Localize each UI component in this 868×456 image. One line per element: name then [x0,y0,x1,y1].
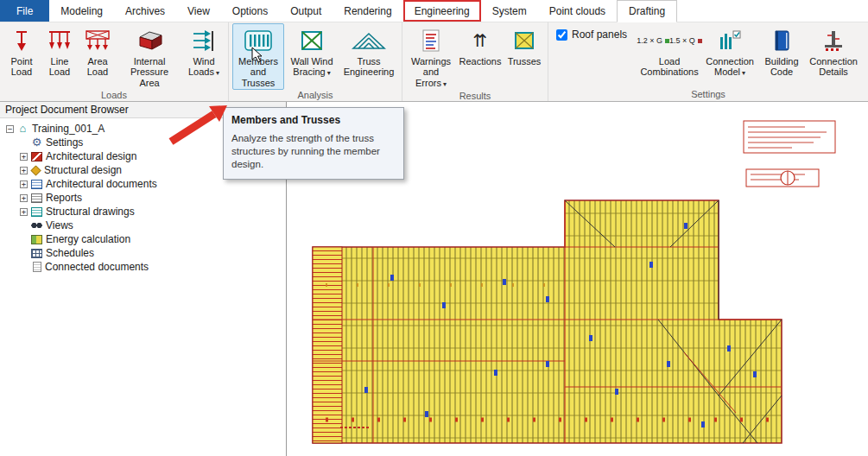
tab-file[interactable]: File [0,0,49,22]
point-load-button[interactable]: Point Load [3,23,40,90]
area-load-button[interactable]: Area Load [79,23,116,90]
tree-item-connected-documents[interactable]: Connected documents [2,260,286,274]
button-label: Area Load [82,56,113,78]
structural-design-icon [30,165,41,175]
button-label: Load Combinations [640,56,698,78]
tree-item-label: Settings [46,136,83,149]
architectural-design-icon [31,152,42,162]
button-label: Wall Wind Bracing▾ [288,56,335,78]
connection-model-button[interactable]: Connection Model▾ [702,23,757,89]
menu-bar: File Modeling Archives View Options Outp… [0,0,868,22]
tab-label: Engineering [415,5,470,17]
expand-icon[interactable]: + [20,153,28,161]
tab-label: Options [232,5,268,17]
views-icon [31,220,42,231]
tree-item-label: Reports [46,192,82,204]
building-code-button[interactable]: Building Code [759,23,804,89]
tree-item-label: Schedules [46,247,94,259]
connected-documents-icon [33,262,41,272]
warnings-and-errors-icon [421,27,441,54]
tab-label: System [492,5,527,17]
tree-item-energy-calculation[interactable]: Energy calculation [2,232,286,246]
reactions-button[interactable]: ⇈ Reactions [458,23,503,91]
ribbon-group-loads: Point Load Line Load Area Load Internal … [0,22,229,101]
warnings-and-errors-button[interactable]: Warnings and Errors▾ [406,23,456,91]
trusses-button[interactable]: Trusses [504,23,544,91]
tab-label: Rendering [344,5,391,17]
tab-drafting[interactable]: Drafting [617,0,677,22]
load-combinations-icon: 1.2 × G 1.5 × Q [637,27,702,54]
tooltip-body: Analyze the strength of the truss struct… [231,132,396,171]
line-load-button[interactable]: Line Load [41,23,78,90]
tab-output[interactable]: Output [279,0,333,22]
tree-item-label: Structural design [44,164,122,176]
line-load-icon [48,27,72,54]
tab-system[interactable]: System [481,0,538,22]
tree-item-label: Views [46,219,73,231]
dropdown-arrow-icon: ▾ [443,80,447,88]
wind-loads-icon [192,27,216,54]
button-label: Connection Model▾ [705,56,755,78]
tree-item-schedules[interactable]: Schedules [2,246,286,260]
tab-options[interactable]: Options [221,0,279,22]
group-label-results: Results [402,91,548,103]
wind-loads-button[interactable]: Wind Loads▾ [183,23,225,90]
tab-point-clouds[interactable]: Point clouds [538,0,617,22]
tab-archives[interactable]: Archives [114,0,176,22]
connection-details-icon [820,27,846,54]
group-label-settings: Settings [548,89,868,101]
dropdown-arrow-icon: ▾ [216,69,219,77]
tab-label: View [187,5,210,17]
point-load-icon [12,27,31,54]
button-label: Warnings and Errors▾ [409,56,453,89]
group-label-analysis: Analysis [229,90,402,102]
expand-icon[interactable]: + [20,180,28,188]
structural-drawings-icon [31,207,42,217]
button-label: Wind Loads▾ [186,56,222,78]
ribbon: Point Load Line Load Area Load Internal … [0,22,868,102]
building-code-icon [770,27,793,54]
tree-item-reports[interactable]: + Reports [2,191,286,205]
tab-label: Archives [125,5,165,17]
tab-modeling[interactable]: Modeling [49,0,114,22]
load-combinations-button[interactable]: 1.2 × G 1.5 × Q Load Combinations [638,23,700,89]
reactions-icon: ⇈ [473,27,488,54]
button-label: Connection Details [808,56,858,78]
tree-item-views[interactable]: Views [2,218,286,232]
tree-item-label: Structural drawings [46,206,135,218]
energy-calculation-icon [31,235,42,244]
roof-panels-option: Roof panels [556,28,627,41]
tooltip-title: Members and Trusses [231,114,396,126]
ribbon-group-settings: Roof panels 1.2 × G 1.5 × Q Load Combina… [548,22,868,101]
connection-model-icon [718,27,742,54]
button-label: Point Load [6,56,37,78]
roof-panels-label: Roof panels [572,28,627,41]
red-arrow-annotation [161,97,240,150]
tab-view[interactable]: View [176,0,221,22]
tab-label: Output [290,5,321,17]
truss-engineering-button[interactable]: Truss Engineering [339,23,398,90]
button-label: Trusses [508,56,542,66]
roof-panels-checkbox[interactable] [556,29,567,41]
project-icon: ⌂ [17,124,29,134]
tree-item-structural-drawings[interactable]: + Structural drawings [2,205,286,218]
tab-engineering[interactable]: Engineering [403,0,481,22]
dropdown-arrow-icon: ▾ [327,69,331,77]
tab-label: Point clouds [549,5,605,17]
expand-icon[interactable]: + [20,194,28,202]
tree-item-label: Connected documents [45,261,149,273]
expand-icon[interactable]: + [20,167,28,174]
architectural-documents-icon [31,180,42,189]
app-window: { "menu": { "tabs": ["File","Modeling","… [0,0,868,456]
button-label: Internal Pressure Area [120,56,179,88]
tree-item-label: Architectural documents [46,178,157,190]
expand-icon[interactable]: + [20,208,28,216]
dropdown-arrow-icon: ▾ [742,69,745,77]
tab-rendering[interactable]: Rendering [333,0,402,22]
collapse-icon[interactable]: − [6,125,14,133]
connection-details-button[interactable]: Connection Details [806,23,861,89]
internal-pressure-area-button[interactable]: Internal Pressure Area [117,23,181,90]
tab-label: File [16,5,33,17]
wall-wind-bracing-button[interactable]: Wall Wind Bracing▾ [286,23,338,90]
button-label: Truss Engineering [342,56,396,78]
